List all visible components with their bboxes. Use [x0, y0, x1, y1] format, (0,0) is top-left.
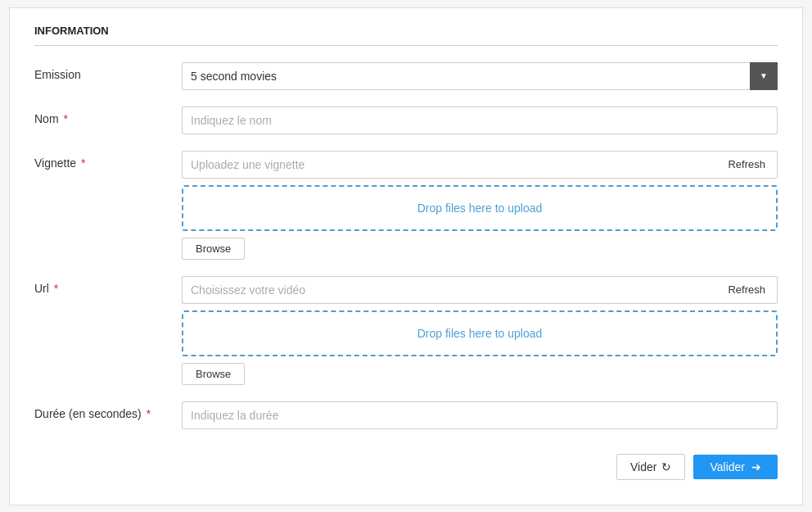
emission-select-wrapper: 5 second movies: [182, 62, 778, 90]
url-label: Url *: [34, 276, 182, 295]
vignette-browse-button[interactable]: Browse: [182, 238, 245, 260]
form-container: INFORMATION Emission 5 second movies Nom…: [9, 7, 803, 505]
form-actions: Vider ↻ Valider ➔: [34, 454, 778, 480]
url-group: Url * Refresh Drop files here to upload …: [34, 276, 778, 385]
vignette-group: Vignette * Refresh Drop files here to up…: [34, 151, 778, 260]
duree-group: Durée (en secondes) *: [34, 401, 778, 429]
url-input[interactable]: [182, 276, 716, 304]
emission-wrapper: 5 second movies: [182, 62, 778, 90]
vignette-wrapper: Refresh Drop files here to upload Browse: [182, 151, 778, 260]
vider-button[interactable]: Vider ↻: [616, 454, 685, 480]
vignette-drop-zone[interactable]: Drop files here to upload: [182, 185, 778, 231]
vignette-refresh-button[interactable]: Refresh: [716, 151, 778, 179]
vignette-label: Vignette *: [34, 151, 182, 170]
duree-wrapper: [182, 401, 778, 429]
url-browse-button[interactable]: Browse: [182, 363, 245, 385]
nom-group: Nom *: [34, 106, 778, 134]
nom-label: Nom *: [34, 106, 182, 125]
url-drop-zone[interactable]: Drop files here to upload: [182, 310, 778, 356]
nom-wrapper: [182, 106, 778, 134]
emission-label: Emission: [34, 62, 182, 81]
url-wrapper: Refresh Drop files here to upload Browse: [182, 276, 778, 385]
url-refresh-button[interactable]: Refresh: [716, 276, 778, 304]
emission-select[interactable]: 5 second movies: [182, 62, 778, 90]
duree-input[interactable]: [182, 401, 778, 429]
nom-input[interactable]: [182, 106, 778, 134]
emission-group: Emission 5 second movies: [34, 62, 778, 90]
duree-label: Durée (en secondes) *: [34, 401, 182, 420]
url-input-row: Refresh: [182, 276, 778, 304]
valider-button[interactable]: Valider ➔: [693, 455, 778, 479]
section-title: INFORMATION: [34, 25, 778, 46]
refresh-icon: ↻: [661, 460, 671, 473]
arrow-right-icon: ➔: [751, 460, 761, 473]
vignette-input-row: Refresh: [182, 151, 778, 179]
vignette-input[interactable]: [182, 151, 716, 179]
